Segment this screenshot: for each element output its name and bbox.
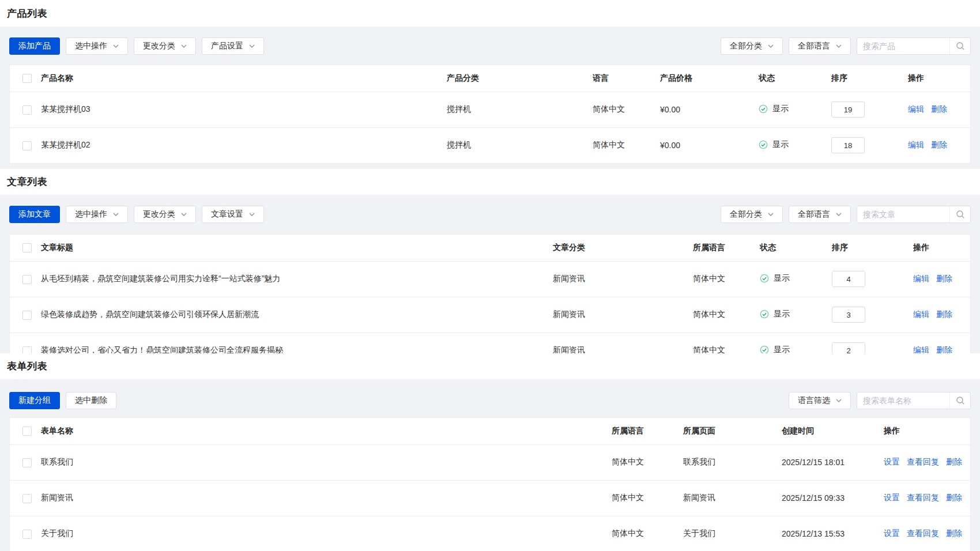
forms-table: 表单名称 所属语言 所属页面 创建时间 操作 联系我们 简体中文 联系我们 20… xyxy=(10,418,970,551)
col-article-category: 文章分类 xyxy=(553,235,693,261)
col-article-language: 所属语言 xyxy=(693,235,760,261)
col-product-category: 产品分类 xyxy=(447,65,593,92)
product-search-input[interactable] xyxy=(857,38,949,54)
search-icon[interactable] xyxy=(949,393,970,409)
product-filter-category-dropdown[interactable]: 全部分类 xyxy=(721,37,783,55)
form-page: 联系我们 xyxy=(683,444,782,480)
form-search xyxy=(857,392,971,409)
articles-toolbar: 添加文章 选中操作 更改分类 文章设置 全部分类 全部语言 xyxy=(9,206,971,223)
delete-link[interactable]: 删除 xyxy=(936,345,952,353)
add-article-button[interactable]: 添加文章 xyxy=(9,206,60,223)
settings-link[interactable]: 设置 xyxy=(884,493,900,502)
status-text: 显示 xyxy=(774,273,790,284)
delete-link[interactable]: 删除 xyxy=(946,493,962,502)
product-filter-category-label: 全部分类 xyxy=(730,41,762,51)
view-replies-link[interactable]: 查看回复 xyxy=(907,529,939,538)
chevron-down-icon xyxy=(768,213,774,216)
table-row: 某某搅拌机03 搅拌机 简体中文 ¥0.00 显示 编辑删除 xyxy=(10,92,970,127)
form-search-input[interactable] xyxy=(857,393,949,409)
row-checkbox[interactable] xyxy=(22,275,32,284)
col-article-status: 状态 xyxy=(760,235,832,261)
new-group-button[interactable]: 新建分组 xyxy=(9,392,60,409)
settings-link[interactable]: 设置 xyxy=(884,529,900,538)
edit-link[interactable]: 编辑 xyxy=(913,274,929,283)
settings-link[interactable]: 设置 xyxy=(884,457,900,466)
product-settings-dropdown[interactable]: 产品设置 xyxy=(202,37,264,55)
articles-section: 文章列表 添加文章 选中操作 更改分类 文章设置 全部分类 全部语言 xyxy=(0,169,980,353)
row-checkbox[interactable] xyxy=(22,458,32,467)
products-title-bar: 产品列表 xyxy=(0,0,980,27)
article-search-input[interactable] xyxy=(857,206,949,222)
sort-input[interactable] xyxy=(831,101,865,118)
view-replies-link[interactable]: 查看回复 xyxy=(907,493,939,502)
form-language: 简体中文 xyxy=(612,480,683,516)
status-badge: 显示 xyxy=(760,345,790,353)
forms-body: 新建分组 选中删除 语言筛选 表单名称 所属语言 xyxy=(0,379,980,551)
product-change-category-dropdown[interactable]: 更改分类 xyxy=(134,37,196,55)
check-circle-icon xyxy=(759,104,768,114)
article-settings-dropdown[interactable]: 文章设置 xyxy=(202,206,264,223)
row-checkbox[interactable] xyxy=(22,494,32,503)
chevron-down-icon xyxy=(113,213,119,216)
col-form-language: 所属语言 xyxy=(612,418,683,444)
articles-table: 文章标题 文章分类 所属语言 状态 排序 操作 从毛坯到精装，鼎筑空间建筑装修公… xyxy=(10,235,970,353)
col-form-created: 创建时间 xyxy=(782,418,884,444)
search-icon[interactable] xyxy=(949,206,970,222)
articles-page-title: 文章列表 xyxy=(7,175,47,188)
row-checkbox[interactable] xyxy=(22,141,32,150)
check-circle-icon xyxy=(760,274,769,283)
delete-link[interactable]: 删除 xyxy=(946,457,962,466)
delete-link[interactable]: 删除 xyxy=(931,140,947,149)
article-filter-category-dropdown[interactable]: 全部分类 xyxy=(721,206,783,223)
article-filter-language-dropdown[interactable]: 全部语言 xyxy=(789,206,851,223)
article-filter-language-label: 全部语言 xyxy=(798,209,830,220)
product-settings-label: 产品设置 xyxy=(211,41,243,51)
status-badge: 显示 xyxy=(759,104,789,114)
article-change-category-dropdown[interactable]: 更改分类 xyxy=(134,206,196,223)
select-all-checkbox[interactable] xyxy=(22,427,32,436)
form-created: 2025/12/15 18:01 xyxy=(782,444,884,480)
sort-input[interactable] xyxy=(832,342,865,353)
check-circle-icon xyxy=(760,310,769,319)
row-checkbox[interactable] xyxy=(22,311,32,320)
sort-input[interactable] xyxy=(832,271,865,287)
article-bulk-actions-dropdown[interactable]: 选中操作 xyxy=(66,206,128,223)
articles-header-row: 文章标题 文章分类 所属语言 状态 排序 操作 xyxy=(10,235,970,261)
delete-link[interactable]: 删除 xyxy=(931,104,947,114)
status-text: 显示 xyxy=(774,345,790,353)
add-product-button[interactable]: 添加产品 xyxy=(9,37,60,55)
delete-selected-button[interactable]: 选中删除 xyxy=(66,392,116,409)
chevron-down-icon xyxy=(181,44,187,48)
row-checkbox[interactable] xyxy=(22,346,32,353)
table-row: 绿色装修成趋势，鼎筑空间建筑装修公司引领环保人居新潮流 新闻资讯 简体中文 显示… xyxy=(10,297,970,333)
delete-link[interactable]: 删除 xyxy=(936,310,952,319)
form-filter-language-dropdown[interactable]: 语言筛选 xyxy=(789,392,851,409)
form-name: 新闻资讯 xyxy=(41,480,612,516)
table-row: 从毛坯到精装，鼎筑空间建筑装修公司用实力诠释“一站式装修”魅力 新闻资讯 简体中… xyxy=(10,261,970,297)
status-badge: 显示 xyxy=(760,309,790,319)
row-checkbox[interactable] xyxy=(22,105,32,115)
sort-input[interactable] xyxy=(832,307,865,323)
articles-title-bar: 文章列表 xyxy=(0,169,980,195)
select-all-checkbox[interactable] xyxy=(22,243,32,252)
product-filter-language-dropdown[interactable]: 全部语言 xyxy=(789,37,851,55)
col-product-name: 产品名称 xyxy=(41,65,447,92)
chevron-down-icon xyxy=(836,213,842,216)
view-replies-link[interactable]: 查看回复 xyxy=(907,457,939,466)
edit-link[interactable]: 编辑 xyxy=(908,104,924,114)
search-icon[interactable] xyxy=(949,38,970,54)
delete-link[interactable]: 删除 xyxy=(936,274,952,283)
select-all-checkbox[interactable] xyxy=(22,74,32,83)
product-bulk-actions-dropdown[interactable]: 选中操作 xyxy=(66,37,128,55)
article-language: 简体中文 xyxy=(693,261,760,297)
edit-link[interactable]: 编辑 xyxy=(913,310,929,319)
sort-input[interactable] xyxy=(831,137,865,153)
delete-link[interactable]: 删除 xyxy=(946,529,962,538)
form-language: 简体中文 xyxy=(612,516,683,551)
col-product-language: 语言 xyxy=(593,65,660,92)
row-checkbox[interactable] xyxy=(22,530,32,539)
edit-link[interactable]: 编辑 xyxy=(908,140,924,149)
edit-link[interactable]: 编辑 xyxy=(913,345,929,353)
form-created: 2025/12/13 15:53 xyxy=(782,516,884,551)
products-table-card: 产品名称 产品分类 语言 产品价格 状态 排序 操作 某某搅拌机03 搅拌机 xyxy=(9,65,971,164)
